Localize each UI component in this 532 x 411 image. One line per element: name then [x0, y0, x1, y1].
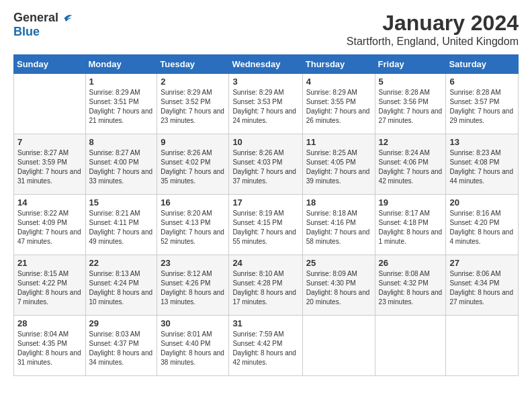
day-info: Sunrise: 8:15 AMSunset: 4:22 PMDaylight:…: [17, 269, 82, 307]
header: General Blue January 2024 Startforth, En…: [13, 11, 519, 48]
day-info: Sunrise: 8:23 AMSunset: 4:08 PMDaylight:…: [449, 148, 515, 186]
day-info: Sunrise: 8:26 AMSunset: 4:03 PMDaylight:…: [232, 148, 298, 186]
day-info: Sunrise: 8:10 AMSunset: 4:28 PMDaylight:…: [232, 269, 298, 307]
calendar-cell: 31Sunrise: 7:59 AMSunset: 4:42 PMDayligh…: [229, 316, 302, 376]
calendar-cell: [302, 316, 375, 376]
day-info: Sunrise: 8:26 AMSunset: 4:02 PMDaylight:…: [161, 148, 225, 186]
day-info: Sunrise: 8:24 AMSunset: 4:06 PMDaylight:…: [379, 148, 443, 186]
title-section: January 2024 Startforth, England, United…: [347, 11, 519, 48]
calendar-cell: 18Sunrise: 8:18 AMSunset: 4:16 PMDayligh…: [302, 195, 375, 255]
header-tuesday: Tuesday: [157, 55, 229, 74]
day-info: Sunrise: 8:16 AMSunset: 4:20 PMDaylight:…: [449, 209, 515, 246]
day-number: 9: [161, 137, 225, 147]
calendar-cell: 25Sunrise: 8:09 AMSunset: 4:30 PMDayligh…: [302, 255, 375, 316]
day-number: 27: [449, 258, 515, 268]
calendar-cell: 2Sunrise: 8:29 AMSunset: 3:52 PMDaylight…: [157, 74, 229, 134]
day-number: 6: [449, 77, 515, 87]
week-row-2: 7Sunrise: 8:27 AMSunset: 3:59 PMDaylight…: [14, 134, 519, 195]
calendar-table: SundayMondayTuesdayWednesdayThursdayFrid…: [13, 54, 519, 376]
logo: General Blue: [13, 11, 73, 39]
calendar-cell: 28Sunrise: 8:04 AMSunset: 4:35 PMDayligh…: [14, 316, 86, 376]
day-number: 31: [232, 318, 298, 328]
header-row: SundayMondayTuesdayWednesdayThursdayFrid…: [14, 55, 519, 74]
day-info: Sunrise: 8:29 AMSunset: 3:53 PMDaylight:…: [232, 88, 298, 126]
day-info: Sunrise: 8:12 AMSunset: 4:26 PMDaylight:…: [161, 269, 225, 307]
day-info: Sunrise: 8:20 AMSunset: 4:13 PMDaylight:…: [161, 209, 225, 246]
logo-bird-icon: [60, 11, 73, 25]
calendar-cell: 12Sunrise: 8:24 AMSunset: 4:06 PMDayligh…: [375, 134, 446, 195]
day-info: Sunrise: 8:01 AMSunset: 4:40 PMDaylight:…: [161, 330, 225, 367]
day-number: 17: [232, 197, 298, 208]
day-number: 18: [306, 197, 371, 208]
day-info: Sunrise: 8:27 AMSunset: 4:00 PMDaylight:…: [89, 148, 154, 186]
calendar-cell: [446, 316, 519, 376]
calendar-cell: 6Sunrise: 8:28 AMSunset: 3:57 PMDaylight…: [446, 74, 519, 134]
calendar-cell: 24Sunrise: 8:10 AMSunset: 4:28 PMDayligh…: [229, 255, 302, 316]
logo-general-text: General: [13, 11, 58, 25]
day-info: Sunrise: 8:08 AMSunset: 4:32 PMDaylight:…: [379, 269, 443, 307]
calendar-cell: 8Sunrise: 8:27 AMSunset: 4:00 PMDaylight…: [85, 134, 157, 195]
header-friday: Friday: [375, 55, 446, 74]
calendar-cell: 16Sunrise: 8:20 AMSunset: 4:13 PMDayligh…: [157, 195, 229, 255]
day-info: Sunrise: 8:22 AMSunset: 4:09 PMDaylight:…: [17, 209, 82, 246]
header-thursday: Thursday: [302, 55, 375, 74]
day-number: 16: [161, 197, 225, 208]
calendar-cell: 27Sunrise: 8:06 AMSunset: 4:34 PMDayligh…: [446, 255, 519, 316]
day-info: Sunrise: 8:13 AMSunset: 4:24 PMDaylight:…: [89, 269, 154, 307]
calendar-cell: 10Sunrise: 8:26 AMSunset: 4:03 PMDayligh…: [229, 134, 302, 195]
week-row-4: 21Sunrise: 8:15 AMSunset: 4:22 PMDayligh…: [14, 255, 519, 316]
calendar-cell: 29Sunrise: 8:03 AMSunset: 4:37 PMDayligh…: [85, 316, 157, 376]
week-row-3: 14Sunrise: 8:22 AMSunset: 4:09 PMDayligh…: [14, 195, 519, 255]
calendar-cell: [375, 316, 446, 376]
calendar-cell: 11Sunrise: 8:25 AMSunset: 4:05 PMDayligh…: [302, 134, 375, 195]
header-monday: Monday: [85, 55, 157, 74]
day-info: Sunrise: 7:59 AMSunset: 4:42 PMDaylight:…: [232, 330, 298, 367]
day-info: Sunrise: 8:03 AMSunset: 4:37 PMDaylight:…: [89, 330, 154, 367]
day-number: 2: [161, 77, 225, 87]
day-info: Sunrise: 8:21 AMSunset: 4:11 PMDaylight:…: [89, 209, 154, 246]
day-info: Sunrise: 8:06 AMSunset: 4:34 PMDaylight:…: [449, 269, 515, 307]
calendar-cell: 23Sunrise: 8:12 AMSunset: 4:26 PMDayligh…: [157, 255, 229, 316]
calendar-cell: 1Sunrise: 8:29 AMSunset: 3:51 PMDaylight…: [85, 74, 157, 134]
calendar-cell: 19Sunrise: 8:17 AMSunset: 4:18 PMDayligh…: [375, 195, 446, 255]
day-info: Sunrise: 8:29 AMSunset: 3:52 PMDaylight:…: [161, 88, 225, 126]
calendar-cell: 14Sunrise: 8:22 AMSunset: 4:09 PMDayligh…: [14, 195, 86, 255]
calendar-cell: 9Sunrise: 8:26 AMSunset: 4:02 PMDaylight…: [157, 134, 229, 195]
day-number: 26: [379, 258, 443, 268]
calendar-cell: 3Sunrise: 8:29 AMSunset: 3:53 PMDaylight…: [229, 74, 302, 134]
day-number: 28: [17, 318, 82, 328]
week-row-5: 28Sunrise: 8:04 AMSunset: 4:35 PMDayligh…: [14, 316, 519, 376]
day-info: Sunrise: 8:29 AMSunset: 3:55 PMDaylight:…: [306, 88, 371, 126]
day-info: Sunrise: 8:04 AMSunset: 4:35 PMDaylight:…: [17, 330, 82, 367]
location-title: Startforth, England, United Kingdom: [347, 36, 519, 48]
calendar-cell: 21Sunrise: 8:15 AMSunset: 4:22 PMDayligh…: [14, 255, 86, 316]
calendar-cell: 13Sunrise: 8:23 AMSunset: 4:08 PMDayligh…: [446, 134, 519, 195]
day-number: 29: [89, 318, 154, 328]
day-number: 15: [89, 197, 154, 208]
header-sunday: Sunday: [14, 55, 86, 74]
day-number: 19: [379, 197, 443, 208]
calendar-cell: 26Sunrise: 8:08 AMSunset: 4:32 PMDayligh…: [375, 255, 446, 316]
day-number: 13: [449, 137, 515, 147]
day-info: Sunrise: 8:19 AMSunset: 4:15 PMDaylight:…: [232, 209, 298, 246]
day-number: 1: [89, 77, 154, 87]
header-wednesday: Wednesday: [229, 55, 302, 74]
logo-blue-text: Blue: [13, 25, 40, 39]
calendar-cell: 15Sunrise: 8:21 AMSunset: 4:11 PMDayligh…: [85, 195, 157, 255]
day-number: 22: [89, 258, 154, 268]
day-number: 24: [232, 258, 298, 268]
day-info: Sunrise: 8:28 AMSunset: 3:56 PMDaylight:…: [379, 88, 443, 126]
day-info: Sunrise: 8:18 AMSunset: 4:16 PMDaylight:…: [306, 209, 371, 246]
day-number: 8: [89, 137, 154, 147]
day-info: Sunrise: 8:28 AMSunset: 3:57 PMDaylight:…: [449, 88, 515, 126]
day-info: Sunrise: 8:25 AMSunset: 4:05 PMDaylight:…: [306, 148, 371, 186]
month-title: January 2024: [347, 11, 519, 36]
calendar-cell: 20Sunrise: 8:16 AMSunset: 4:20 PMDayligh…: [446, 195, 519, 255]
day-number: 7: [17, 137, 82, 147]
day-number: 20: [449, 197, 515, 208]
header-saturday: Saturday: [446, 55, 519, 74]
day-number: 3: [232, 77, 298, 87]
day-info: Sunrise: 8:17 AMSunset: 4:18 PMDaylight:…: [379, 209, 443, 246]
calendar-cell: 5Sunrise: 8:28 AMSunset: 3:56 PMDaylight…: [375, 74, 446, 134]
week-row-1: 1Sunrise: 8:29 AMSunset: 3:51 PMDaylight…: [14, 74, 519, 134]
